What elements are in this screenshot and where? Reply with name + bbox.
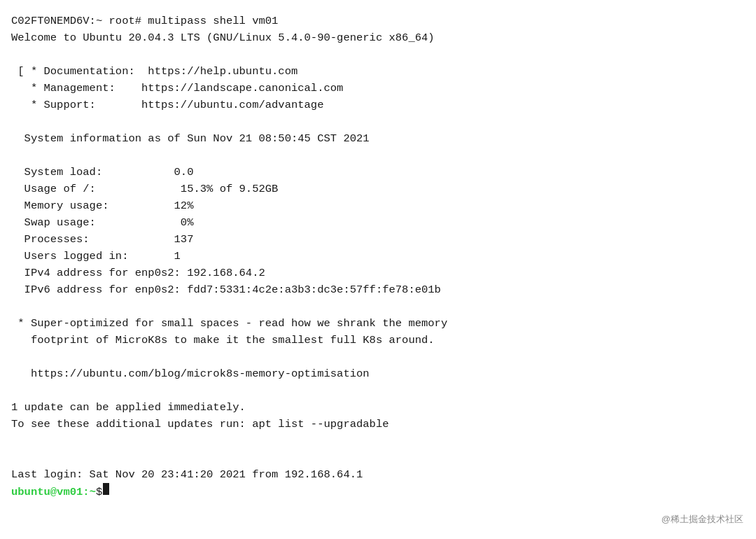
blank-1 <box>11 48 18 61</box>
last-login-line: Last login: Sat Nov 20 23:41:20 2021 fro… <box>11 468 363 481</box>
prompt-path: :~ <box>83 484 96 500</box>
blank-7 <box>11 435 18 447</box>
terminal-output: C02FT0NEMD6V:~ root# multipass shell vm0… <box>11 13 739 483</box>
users-line: Users logged in: 1 <box>11 250 181 262</box>
blank-5 <box>11 351 18 363</box>
update-line2: To see these additional updates run: apt… <box>11 418 389 430</box>
support-line: * Support: https://ubuntu.com/advantage <box>11 99 323 111</box>
swap-line: Swap usage: 0% <box>11 216 193 229</box>
prompt-symbol: $ <box>96 484 102 500</box>
blank-3 <box>11 149 18 162</box>
welcome-line: Welcome to Ubuntu 20.04.3 LTS (GNU/Linux… <box>11 31 435 44</box>
memory-line: Memory usage: 12% <box>11 200 193 212</box>
command-line: C02FT0NEMD6V:~ root# multipass shell vm0… <box>11 15 278 27</box>
blank-4 <box>11 300 18 313</box>
usage-line: Usage of /: 15.3% of 9.52GB <box>11 183 278 195</box>
ipv4-line: IPv4 address for enp0s2: 192.168.64.2 <box>11 267 265 279</box>
ipv6-line: IPv6 address for enp0s2: fdd7:5331:4c2e:… <box>11 284 441 296</box>
processes-line: Processes: 137 <box>11 233 193 246</box>
prompt-user-host: ubuntu@vm01 <box>11 484 83 500</box>
cursor-block <box>103 483 109 495</box>
terminal-window: C02FT0NEMD6V:~ root# multipass shell vm0… <box>0 0 756 539</box>
sysinfo-line: System information as of Sun Nov 21 08:5… <box>11 132 370 145</box>
microk8s-line2: footprint of MicroK8s to make it the sma… <box>11 334 435 346</box>
watermark-text: @稀土掘金技术社区 <box>662 512 743 526</box>
prompt-line[interactable]: ubuntu@vm01:~ $ <box>11 483 109 500</box>
microk8s-url-line: https://ubuntu.com/blog/microk8s-memory-… <box>11 368 370 380</box>
sysload-line: System load: 0.0 <box>11 166 193 178</box>
doc-line: [ * Documentation: https://help.ubuntu.c… <box>11 65 298 78</box>
microk8s-line1: * Super-optimized for small spaces - rea… <box>11 317 447 330</box>
mgmt-line: * Management: https://landscape.canonica… <box>11 82 343 94</box>
blank-2 <box>11 115 18 128</box>
blank-8 <box>11 451 18 464</box>
blank-6 <box>11 384 18 397</box>
update-line1: 1 update can be applied immediately. <box>11 401 246 414</box>
